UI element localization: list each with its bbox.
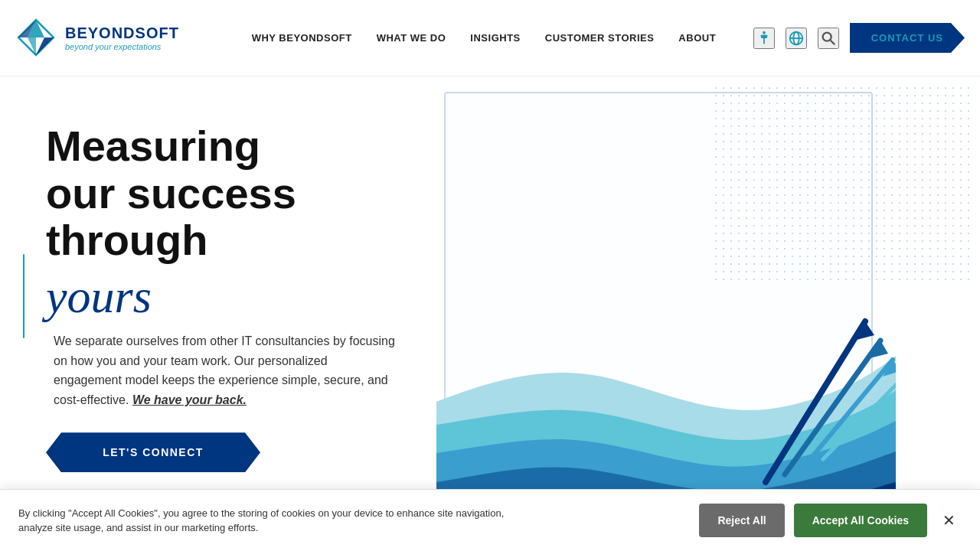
logo-name: BEYONDSOFT [65,24,179,42]
hero-illustration [436,237,896,528]
hero-body-text: We separate ourselves from other IT cons… [46,331,398,409]
close-cookie-banner-button[interactable]: ✕ [936,508,962,533]
cookie-banner: By clicking "Accept All Cookies", you ag… [0,489,980,551]
nav-why[interactable]: WHY BEYONDSOFT [252,32,352,44]
lets-connect-button[interactable]: LET'S CONNECT [46,432,260,472]
svg-point-9 [822,32,831,41]
logo-text: BEYONDSOFT beyond your expectations [65,24,179,51]
logo-tagline: beyond your expectations [65,42,179,51]
nav-insights[interactable]: INSIGHTS [470,32,520,44]
contact-us-button[interactable]: CONTACT US [850,23,965,53]
accept-all-cookies-button[interactable]: Accept All Cookies [794,504,927,537]
logo-icon [15,17,57,59]
main-nav: WHY BEYONDSOFT WHAT WE DO INSIGHTS CUSTO… [252,32,716,44]
header-icons: CONTACT US [753,23,965,53]
logo[interactable]: BEYONDSOFT beyond your expectations [15,17,214,59]
site-header: BEYONDSOFT beyond your expectations WHY … [0,0,980,77]
hero-cursive: yours [46,270,398,322]
cookie-actions: Reject All Accept All Cookies ✕ [699,504,962,537]
cookie-text: By clicking "Accept All Cookies", you ag… [18,506,508,536]
svg-marker-3 [28,37,36,55]
hero-headline: Measuring our success through [46,122,398,264]
main-content: Measuring our success through yours We s… [0,77,980,551]
nav-about[interactable]: ABOUT [678,32,716,44]
accessibility-icon[interactable] [753,28,775,49]
globe-icon[interactable] [786,28,807,49]
reject-all-button[interactable]: Reject All [699,504,784,537]
search-icon[interactable] [818,28,839,49]
hero-right [429,77,980,551]
hero-left: Measuring our success through yours We s… [0,77,429,551]
svg-line-10 [830,40,835,44]
svg-point-5 [763,31,766,34]
hero-body-link[interactable]: We have your back. [132,393,247,406]
nav-customer-stories[interactable]: CUSTOMER STORIES [545,32,655,44]
nav-what[interactable]: WHAT WE DO [377,32,446,44]
